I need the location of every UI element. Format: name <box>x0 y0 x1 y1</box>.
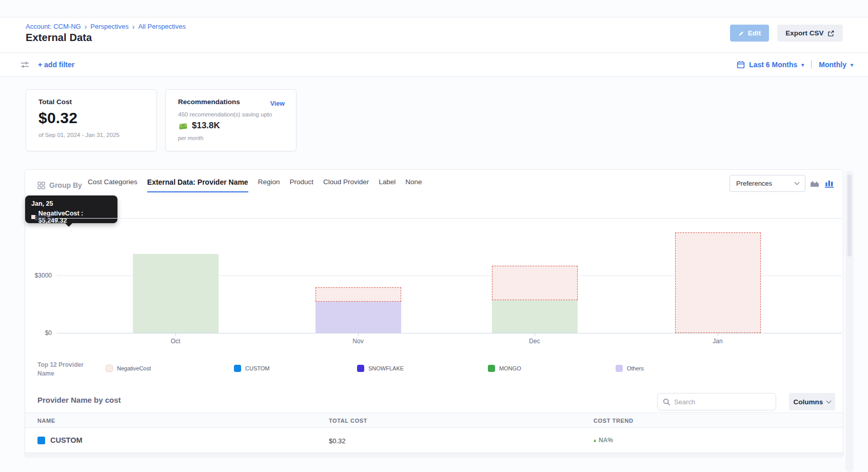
chart-bar-oct-mongo[interactable] <box>133 254 219 333</box>
table-row[interactable]: CUSTOM $0.32 ▴ NA% <box>25 428 843 453</box>
export-csv-button[interactable]: Export CSV <box>777 25 843 42</box>
legend-swatch <box>488 365 495 372</box>
table-search <box>657 393 776 410</box>
legend-label: CUSTOM <box>245 365 269 371</box>
x-tick <box>175 333 176 336</box>
calendar-icon <box>737 61 745 69</box>
legend-swatch <box>234 365 241 372</box>
legend-swatch <box>616 365 623 372</box>
legend-item-others[interactable]: Others <box>616 365 644 372</box>
total-cost-value: $0.32 <box>38 109 77 127</box>
breadcrumb-all-perspectives[interactable]: All Perspectives <box>138 23 185 30</box>
add-filter-button[interactable]: + add filter <box>38 61 74 69</box>
tab-external-data-provider-name[interactable]: External Data: Provider Name <box>147 178 248 192</box>
x-label-nov: Nov <box>352 338 363 345</box>
chart-bar-dec-negativecost[interactable] <box>492 266 578 300</box>
x-label-dec: Dec <box>529 338 540 345</box>
tab-cost-categories[interactable]: Cost Categories <box>88 178 137 191</box>
chevron-down-icon: ▾ <box>801 62 804 68</box>
legend-label: Others <box>627 365 644 371</box>
next-row-partial <box>25 453 843 458</box>
legend-item-custom[interactable]: CUSTOM <box>234 365 269 372</box>
bars-layer <box>25 195 844 349</box>
x-tick <box>358 333 359 336</box>
x-tick <box>535 333 535 336</box>
trend-up-icon: ▴ <box>594 438 596 443</box>
legend-swatch <box>357 365 364 372</box>
area-chart-icon[interactable] <box>810 180 819 187</box>
legend-title: Top 12 Provider Name <box>37 361 95 379</box>
breadcrumb-separator-icon: › <box>132 23 135 30</box>
cost-trend-cell: ▴ NA% <box>594 437 613 444</box>
tab-product[interactable]: Product <box>289 178 313 191</box>
recommendations-subtitle: 450 recommendation(s) saving upto <box>178 111 272 117</box>
total-cost-title: Total Cost <box>38 98 72 106</box>
breadcrumb-perspectives[interactable]: Perspectives <box>90 23 128 30</box>
column-header-cost-trend[interactable]: COST TREND <box>594 418 634 424</box>
group-by-label: Group By <box>37 181 82 189</box>
chart-type-toggle <box>810 179 834 188</box>
columns-label: Columns <box>794 398 823 406</box>
chevron-down-icon: ▾ <box>851 62 853 68</box>
scrollbar-thumb[interactable] <box>847 174 852 257</box>
table-title: Provider Name by cost <box>37 396 121 404</box>
table-header-row: NAME TOTAL COST COST TREND <box>25 412 843 428</box>
chart-legend: Top 12 Provider Name NegativeCost CUSTOM… <box>25 358 844 381</box>
chevron-down-icon <box>826 398 832 403</box>
column-header-name[interactable]: NAME <box>37 418 55 424</box>
legend-item-mongo[interactable]: MONGO <box>488 365 521 372</box>
provider-color-swatch <box>37 437 45 444</box>
recommendations-savings-row: $13.8K <box>178 121 220 131</box>
legend-item-negativecost[interactable]: NegativeCost <box>106 365 151 372</box>
grid-icon <box>37 182 45 189</box>
page-header: Account: CCM-NG › Perspectives › All Per… <box>0 17 868 53</box>
filter-bar: + add filter Last 6 Months ▾ Monthly ▾ <box>0 53 868 77</box>
legend-label: NegativeCost <box>117 365 151 371</box>
legend-swatch <box>106 365 113 372</box>
columns-button[interactable]: Columns <box>789 393 835 410</box>
recommendations-view-link[interactable]: View <box>270 100 285 107</box>
breadcrumb-separator-icon: › <box>85 23 87 30</box>
chart-bar-nov-others[interactable] <box>315 302 401 333</box>
perspective-page: Account: CCM-NG › Perspectives › All Per… <box>0 0 868 472</box>
chart-bar-nov-negativecost[interactable] <box>315 287 401 302</box>
date-range-selector[interactable]: Last 6 Months <box>749 61 797 69</box>
tab-cloud-provider[interactable]: Cloud Provider <box>323 178 369 191</box>
external-link-icon <box>827 30 835 37</box>
total-cost-card: Total Cost $0.32 of Sep 01, 2024 - Jan 3… <box>26 89 157 151</box>
search-input[interactable] <box>674 398 771 406</box>
x-label-jan: Jan <box>713 338 722 345</box>
granularity-selector[interactable]: Monthly <box>819 61 846 69</box>
total-cost-cell: $0.32 <box>329 437 346 445</box>
cash-icon <box>178 122 188 130</box>
breadcrumb-account[interactable]: Account: CCM-NG <box>26 23 81 30</box>
filter-settings-icon[interactable] <box>21 61 29 69</box>
legend-label: SNOWFLAKE <box>368 365 404 371</box>
perspective-panel: Group By Cost Categories External Data: … <box>25 169 843 458</box>
preferences-dropdown[interactable]: Preferences <box>729 175 805 192</box>
bar-chart-icon[interactable] <box>825 179 834 188</box>
tab-none[interactable]: None <box>405 178 422 191</box>
edit-button[interactable]: Edit <box>730 25 769 42</box>
group-by-text: Group By <box>49 181 82 189</box>
edit-button-label: Edit <box>748 29 761 37</box>
divider <box>811 60 812 69</box>
search-icon <box>663 398 670 406</box>
legend-label: MONGO <box>499 365 521 371</box>
recommendations-frequency: per month <box>178 135 204 141</box>
pencil-icon <box>738 30 744 36</box>
export-csv-label: Export CSV <box>785 29 823 37</box>
tab-label[interactable]: Label <box>379 178 396 191</box>
legend-item-snowflake[interactable]: SNOWFLAKE <box>357 365 404 372</box>
column-header-total-cost[interactable]: TOTAL COST <box>329 418 367 424</box>
x-tick <box>718 333 718 336</box>
chart-bar-dec-mongo[interactable] <box>492 300 578 333</box>
tab-region[interactable]: Region <box>258 178 280 191</box>
trend-value: NA% <box>599 437 613 444</box>
recommendations-savings-value: $13.8K <box>192 121 220 131</box>
preferences-label: Preferences <box>736 180 772 187</box>
chart-bar-jan-negativecost[interactable] <box>675 232 761 333</box>
provider-name-cell: CUSTOM <box>50 436 83 444</box>
page-title: External Data <box>26 32 92 44</box>
total-cost-period: of Sep 01, 2024 - Jan 31, 2025 <box>38 132 120 138</box>
